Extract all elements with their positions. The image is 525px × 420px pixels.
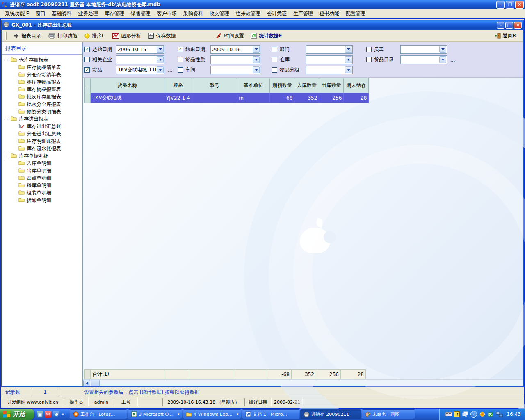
tree-item[interactable]: 库存流水账报表 [2,145,82,152]
tree-item[interactable]: 组装单明细 [2,189,82,196]
restore-button[interactable]: ❐ [506,1,514,9]
tree-item[interactable]: −仓库存量报表 [2,56,82,64]
filter-dropdown[interactable]: 1KV交联电缆 110( [116,66,164,74]
menu-item[interactable]: 往来款管理 [233,9,264,18]
taskbar-task[interactable]: 工作台 - Lotus... [70,409,127,419]
tree-item[interactable]: 批次分仓库报表 [2,100,82,108]
chevron-down-icon[interactable] [439,46,446,53]
menu-item[interactable]: 收支管理 [206,9,233,18]
chevron-down-icon[interactable] [345,56,352,63]
stats-refresh-button[interactable]: 统计数据E [247,31,285,41]
report-maximize-button[interactable]: □ [505,22,513,29]
taskbar-clock[interactable]: 16:43 [507,411,521,417]
menu-item[interactable]: 客户市场 [154,9,180,18]
tree-item[interactable]: 拆卸单明细 [2,196,82,204]
chevron-down-icon[interactable] [253,46,260,53]
filter-checkbox[interactable]: ✓ [178,47,183,52]
grid-column-header[interactable]: – [85,78,91,93]
chevron-down-icon[interactable] [345,66,352,73]
menu-item[interactable]: 销售管理 [128,9,154,18]
filter-checkbox[interactable] [178,57,183,62]
tree-item[interactable]: 移库单明细 [2,182,82,189]
chevron-down-icon[interactable] [253,66,260,73]
chevron-down-icon[interactable] [439,56,446,63]
filter-dropdown[interactable] [306,66,353,74]
quicklaunch-window-icon[interactable]: ▣ [37,411,43,418]
filter-more-ellipsis[interactable]: ... [450,57,455,63]
printer-button[interactable]: 打印功能 [45,31,81,41]
minimize-button[interactable]: – [496,1,505,9]
grid-column-header[interactable]: 出库数量 [319,78,344,93]
grid-selected-row[interactable]: 1KV交联电缆YJV22-1-4m-6835225628 [85,93,369,103]
menu-item[interactable]: 秘书功能 [316,9,342,18]
tree-item[interactable]: 盘点单明细 [2,174,82,182]
tree-item[interactable]: 库存明细账报表 [2,137,82,145]
filter-dropdown[interactable] [400,55,447,64]
taskbar-task[interactable]: 进销存-20090211 [300,409,361,419]
filter-checkbox[interactable] [84,57,90,62]
tree-item[interactable]: 库存物品报警表 [2,86,82,93]
tree-item[interactable]: 入库单明细 [2,160,82,167]
window-switch-icon[interactable] [462,411,468,418]
taskbar-task[interactable]: 未命名 - 画图 [362,409,415,419]
report-list-button[interactable]: 报表目录 [10,31,45,41]
chevron-down-icon[interactable] [345,46,352,53]
menu-item[interactable]: 采购资料 [180,9,206,18]
horizontal-scrollbar[interactable]: ◀ [83,379,523,386]
tree-item[interactable]: −库存单据明细 [2,152,82,160]
filter-dropdown[interactable] [210,66,260,74]
task-group-caret-icon[interactable]: ▾ [178,412,180,416]
grid-column-header[interactable]: 型号 [192,78,237,93]
chevron-down-icon[interactable] [157,56,164,63]
ie-globe-icon[interactable] [479,411,486,418]
help-icon[interactable]: ? [454,411,460,417]
menu-item[interactable]: 配置管理 [342,9,369,18]
tree-item[interactable]: 分仓进出汇总账 [2,130,82,137]
hide-tray-icons-button[interactable]: ‹ [470,411,477,418]
tree-item[interactable]: −库存进出报表 [2,115,82,123]
filter-dropdown[interactable] [306,55,353,64]
grid-column-header[interactable]: 期初数量 [270,78,294,93]
menu-item[interactable]: 系统功能 F [2,9,32,18]
filter-dropdown[interactable]: 2006-10-15 [116,45,164,54]
report-minimize-button[interactable]: – [497,22,504,29]
filter-checkbox[interactable] [272,47,277,52]
internet-explorer-icon[interactable]: e [53,411,59,418]
taskbar-task[interactable]: 3 Microsoft O...▾ [128,409,182,419]
filter-dropdown[interactable] [116,55,164,64]
grid-column-header[interactable]: 期末结存 [344,78,369,93]
menu-item[interactable]: 会计凭证 [264,9,290,18]
menu-item[interactable]: 基础资料 [49,9,75,18]
quicklaunch-overflow-chevron[interactable]: » [61,411,64,417]
grid-column-header[interactable]: 货品名称 [91,78,164,93]
collapse-icon[interactable]: − [5,117,9,121]
tree-item[interactable]: 库存物品清单表 [2,64,82,71]
filter-checkbox[interactable] [272,57,277,62]
filter-dropdown[interactable] [306,45,353,54]
filter-dropdown[interactable]: 2009-10-16 [210,45,260,54]
filter-checkbox[interactable] [178,67,183,73]
collapse-icon[interactable]: − [5,58,9,62]
taskbar-task[interactable]: 4 Windows Exp...▾ [183,409,241,419]
menu-item[interactable]: 库存管理 [101,9,128,18]
chevron-down-icon[interactable] [253,56,260,63]
chevron-down-icon[interactable] [157,66,164,73]
tree-item[interactable]: 批次库存量报表 [2,93,82,100]
report-close-button[interactable]: ✕ [514,22,522,29]
filter-dropdown[interactable] [210,55,260,64]
start-button[interactable]: 开始 [0,409,34,420]
filter-checkbox[interactable] [366,57,372,62]
network-icon[interactable] [496,411,503,418]
filter-checkbox[interactable]: ✓ [84,67,90,73]
tree-item[interactable]: 零库存物品报表 [2,78,82,86]
return-button[interactable]: 返回R [491,31,520,41]
menu-item[interactable]: 业务处理 [75,9,101,18]
filter-checkbox[interactable]: ✓ [84,47,90,52]
close-button[interactable]: ✕ [515,1,524,9]
filter-checkbox[interactable] [272,67,277,73]
tree-item[interactable]: 出库单明细 [2,167,82,174]
filter-more-ellipsis[interactable]: ... [168,67,172,73]
chevron-down-icon[interactable] [157,46,164,53]
collapse-icon[interactable]: − [5,154,9,158]
grid-column-header[interactable]: 入库数量 [294,78,319,93]
